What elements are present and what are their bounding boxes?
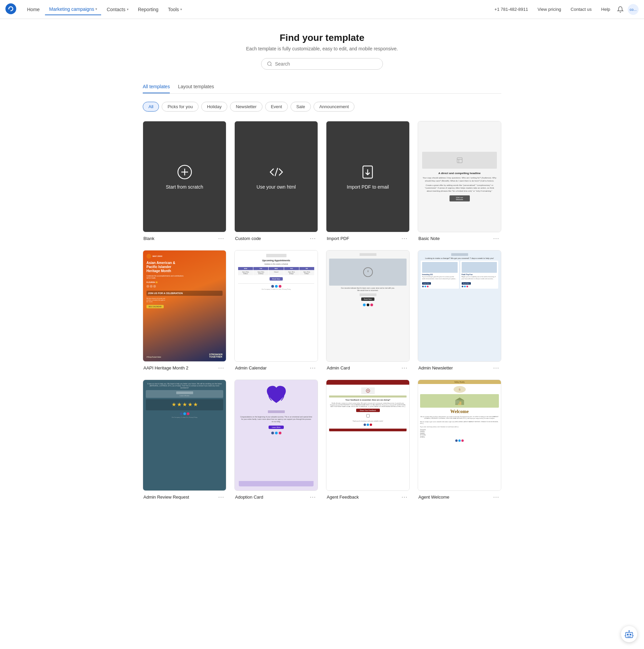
admin-review-label: Admin Review Request <box>143 495 189 500</box>
user-avatar[interactable]: co... <box>628 4 639 15</box>
admin-calendar-label: Admin Calendar <box>235 365 267 370</box>
filter-newsletter[interactable]: Newsletter <box>230 102 262 112</box>
main-content: Find your template Each template is full… <box>136 19 508 514</box>
nav-reporting[interactable]: Reporting <box>134 4 163 15</box>
filter-pills: All Picks for you Holiday Newsletter Eve… <box>143 102 501 112</box>
custom-code-more[interactable]: ··· <box>308 235 317 242</box>
blank-more[interactable]: ··· <box>217 235 226 242</box>
template-grid-row3: It was so nice to help you. We hope to h… <box>143 380 501 501</box>
page-header: Find your template Each template is full… <box>143 32 501 70</box>
nav-contact-us[interactable]: Contact us <box>567 4 596 15</box>
template-blank[interactable]: Start from scratch Blank ··· <box>143 121 226 242</box>
blank-card-icon: Start from scratch <box>166 164 203 190</box>
admin-review-more[interactable]: ··· <box>217 494 226 501</box>
template-custom-code[interactable]: Use your own html Custom code ··· <box>234 121 318 242</box>
template-admin-newsletter[interactable]: Looking to make a change? We got you cov… <box>418 250 501 371</box>
nav-help[interactable]: Help <box>597 4 614 15</box>
admin-card-more[interactable]: ··· <box>400 364 409 371</box>
basic-note-headline: A direct and compelling headline <box>438 172 481 175</box>
agent-feedback-meta: Agent Feedback ··· <box>326 494 410 501</box>
notification-bell-icon[interactable] <box>616 5 625 14</box>
template-tabs: All templates Layout templates <box>143 80 501 94</box>
admin-card-label: Admin Card <box>327 365 350 370</box>
aapi-label: AAPI Heritage Month 2 <box>143 365 188 370</box>
adoption-meta: Adoption Card ··· <box>234 494 318 501</box>
template-agent-feedback[interactable]: Your feedback is essential. How are we d… <box>326 380 410 501</box>
aapi-more[interactable]: ··· <box>217 364 226 371</box>
filter-all[interactable]: All <box>143 102 159 112</box>
template-grid-row2: MAY 20XX Asian American &Pacific Islande… <box>143 250 501 371</box>
agent-feedback-more[interactable]: ··· <box>400 494 409 501</box>
nav-view-pricing[interactable]: View pricing <box>533 4 565 15</box>
basic-note-meta: Basic Note ··· <box>418 235 501 242</box>
adoption-more[interactable]: ··· <box>308 494 317 501</box>
filter-holiday[interactable]: Holiday <box>201 102 227 112</box>
template-adoption-card[interactable]: Congratulations on the beginning of your… <box>234 380 318 501</box>
agent-welcome-more[interactable]: ··· <box>492 494 501 501</box>
page-title: Find your template <box>143 32 501 43</box>
basic-note-label: Basic Note <box>418 236 440 241</box>
search-icon <box>267 61 272 67</box>
contacts-chevron-icon: ▾ <box>127 7 129 11</box>
admin-review-meta: Admin Review Request ··· <box>143 494 226 501</box>
admin-newsletter-more[interactable]: ··· <box>492 364 501 371</box>
tab-layout-templates[interactable]: Layout templates <box>178 80 214 93</box>
import-pdf-label: Import PDF <box>327 236 349 241</box>
basic-note-more[interactable]: ··· <box>492 235 501 242</box>
template-basic-note[interactable]: A direct and compelling headline Your co… <box>418 121 501 242</box>
admin-card-preview: Our records indicate that it's been over… <box>326 250 409 361</box>
admin-calendar-meta: Admin Calendar ··· <box>234 364 318 371</box>
admin-card-meta: Admin Card ··· <box>326 364 410 371</box>
nav-tools[interactable]: Tools ▾ <box>164 4 186 15</box>
nav-contacts[interactable]: Contacts ▾ <box>102 4 132 15</box>
svg-point-1 <box>8 8 9 9</box>
svg-rect-18 <box>455 400 459 404</box>
nav-right: +1 781-482-8911 View pricing Contact us … <box>490 4 639 15</box>
template-admin-calendar[interactable]: Upcoming Appointments Updates to this we… <box>234 250 318 371</box>
template-import-pdf[interactable]: Import PDF to email Import PDF ··· <box>326 121 410 242</box>
template-agent-welcome[interactable]: Valley Realty 🏠 <box>418 380 501 501</box>
filter-sale[interactable]: Sale <box>291 102 311 112</box>
nav-items: Home Marketing campaigns ▾ Contacts ▾ Re… <box>23 4 257 15</box>
basic-note-preview: A direct and compelling headline Your co… <box>418 121 501 232</box>
custom-code-meta: Custom code ··· <box>234 235 318 242</box>
search-input[interactable] <box>275 61 377 67</box>
nav-marketing-campaigns[interactable]: Marketing campaigns ▾ <box>45 4 101 15</box>
filter-picks-for-you[interactable]: Picks for you <box>162 102 198 112</box>
svg-point-2 <box>268 62 271 66</box>
template-admin-card[interactable]: Our records indicate that it's been over… <box>326 250 410 371</box>
nav-home[interactable]: Home <box>23 4 44 15</box>
template-admin-review-request[interactable]: It was so nice to help you. We hope to h… <box>143 380 226 501</box>
adoption-card-preview: Congratulations on the beginning of your… <box>235 380 318 490</box>
search-wrap <box>143 58 501 70</box>
adoption-label: Adoption Card <box>235 495 263 500</box>
admin-newsletter-preview: Looking to make a change? We got you cov… <box>418 250 501 361</box>
basic-note-cta: Visit our Website <box>450 195 470 201</box>
basic-note-image <box>422 152 497 169</box>
nav-phone: +1 781-482-8911 <box>490 7 532 12</box>
basic-note-body2: Create a great offer by adding words lik… <box>422 184 497 192</box>
custom-code-label: Custom code <box>235 236 261 241</box>
agent-feedback-preview: Your feedback is essential. How are we d… <box>326 380 409 490</box>
aapi-preview: MAY 20XX Asian American &Pacific Islande… <box>143 250 226 361</box>
logo[interactable] <box>5 3 23 15</box>
tools-chevron-icon: ▾ <box>180 7 182 11</box>
tab-all-templates[interactable]: All templates <box>143 80 170 93</box>
blank-meta: Blank ··· <box>143 235 226 242</box>
admin-review-preview: It was so nice to help you. We hope to h… <box>143 380 226 490</box>
import-pdf-meta: Import PDF ··· <box>326 235 410 242</box>
filter-announcement[interactable]: Announcement <box>314 102 354 112</box>
svg-line-6 <box>275 168 278 176</box>
import-pdf-more[interactable]: ··· <box>400 235 409 242</box>
custom-code-icon: Use your own html <box>257 164 296 190</box>
agent-welcome-preview: Valley Realty 🏠 <box>418 380 501 490</box>
admin-newsletter-meta: Admin Newsletter ··· <box>418 364 501 371</box>
agent-welcome-label: Agent Welcome <box>418 495 450 500</box>
agent-feedback-label: Agent Feedback <box>327 495 359 500</box>
search-box <box>261 58 383 70</box>
import-pdf-icon: Import PDF to email <box>347 164 389 190</box>
aapi-meta: AAPI Heritage Month 2 ··· <box>143 364 226 371</box>
template-aapi-heritage-month-2[interactable]: MAY 20XX Asian American &Pacific Islande… <box>143 250 226 371</box>
filter-event[interactable]: Event <box>265 102 288 112</box>
admin-calendar-more[interactable]: ··· <box>308 364 317 371</box>
